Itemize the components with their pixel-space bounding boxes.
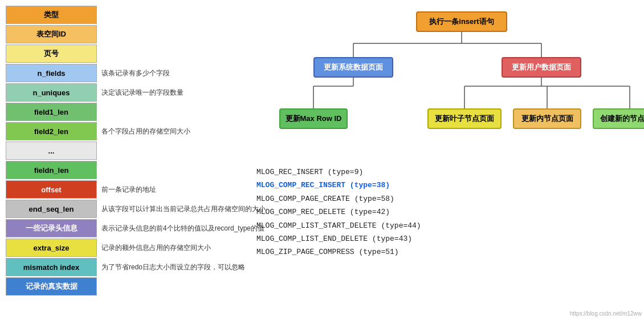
- log-list: MLOG_REC_INSERT (type=9)MLOG_COMP_REC_IN…: [251, 160, 638, 259]
- log-entry-log6: MLOG_COMP_LIST_END_DELETE (type=43): [256, 232, 638, 245]
- tree-area: 执行一条insert语句更新系统数据页面更新用户数据页面更新Max Row ID…: [251, 6, 638, 154]
- right-column: 执行一条insert语句更新系统数据页面更新用户数据页面更新Max Row ID…: [251, 6, 638, 313]
- field-n-uniques: n_uniques: [6, 83, 97, 102]
- log-entry-log3: MLOG_COMP_PAGE_CREATE (type=58): [256, 192, 638, 205]
- annotation-3: 前一条记录的地址: [101, 185, 156, 195]
- tree-node-更新叶子节点页面: 更新叶子节点页面: [427, 108, 502, 129]
- annotation-6: 记录的额外信息占用的存储空间大小: [101, 243, 211, 253]
- log-entry-log5: MLOG_COMP_LIST_START_DELETE (type=44): [256, 219, 638, 232]
- field-ji-lu-zhen-shi-shu-ju: 记录的真实数据: [6, 277, 97, 296]
- log-entry-log7: MLOG_ZIP_PAGE_COMPRESS (type=51): [256, 245, 638, 259]
- field-extra-size: extra_size: [6, 239, 97, 257]
- field-annotations: 该条记录有多少个字段决定该记录唯一的字段数量各个字段占用的存储空间大小前一条记录…: [97, 6, 245, 313]
- log-entry-log2: MLOG_COMP_REC_INSERT (type=38): [256, 179, 638, 192]
- field-end-seq-len: end_seq_len: [6, 200, 97, 218]
- field-n-fields: n_fields: [6, 64, 97, 82]
- field-field2-len: field2_len: [6, 122, 97, 140]
- field-mismatch-index: mismatch index: [6, 258, 97, 276]
- field-lei-xing: 类型: [6, 6, 97, 24]
- left-column: 类型表空间ID页号n_fieldsn_uniquesfield1_lenfiel…: [6, 6, 245, 313]
- log-entry-log1: MLOG_REC_INSERT (type=9): [256, 165, 638, 179]
- field-biao-kong-jian-id: 表空间ID: [6, 25, 97, 43]
- field-list: 类型表空间ID页号n_fieldsn_uniquesfield1_lenfiel…: [6, 6, 97, 313]
- annotation-0: 该条记录有多少个字段: [101, 68, 170, 78]
- tree-node-更新系统数据页面: 更新系统数据页面: [313, 57, 393, 78]
- tree-node-更新Max Row ID: 更新Max Row ID: [279, 108, 348, 129]
- annotation-5: 表示记录头信息的前4个比特的值以及record_type的值: [101, 224, 264, 233]
- field-dots: ...: [6, 142, 97, 160]
- tree-node-执行一条insert语句: 执行一条insert语句: [416, 11, 507, 32]
- log-entry-log4: MLOG_COMP_REC_DELETE (type=42): [256, 205, 638, 219]
- annotation-1: 决定该记录唯一的字段数量: [101, 88, 184, 98]
- tree-node-创建新的节点页面: 创建新的节点页面: [593, 108, 644, 129]
- main-container: 类型表空间ID页号n_fieldsn_uniquesfield1_lenfiel…: [0, 0, 644, 319]
- annotation-2: 各个字段占用的存储空间大小: [101, 127, 190, 136]
- field-field1-len: field1_len: [6, 103, 97, 121]
- tree-node-更新用户数据页面: 更新用户数据页面: [502, 57, 581, 78]
- field-ye-hao: 页号: [6, 45, 97, 63]
- watermark: https://blog.csdn.net/m12ww: [570, 310, 642, 317]
- field-yi-xie-ji-lu-tou-xin-xi: 一些记录头信息: [6, 219, 97, 237]
- annotation-4: 从该字段可以计算出当前记录总共占用存储空间的大小: [101, 204, 266, 214]
- annotation-7: 为了节省redo日志大小而设立的字段，可以忽略: [101, 263, 245, 272]
- tree-node-更新内节点页面: 更新内节点页面: [513, 108, 581, 129]
- field-fieldn-len: fieldn_len: [6, 161, 97, 179]
- field-offset: offset: [6, 180, 97, 199]
